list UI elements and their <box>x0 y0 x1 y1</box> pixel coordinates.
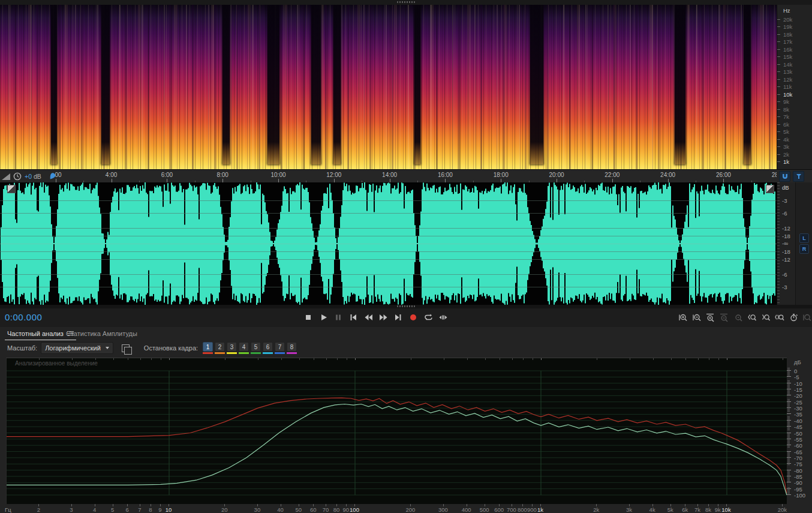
db-tick-label: -15 <box>794 386 802 393</box>
hud-corner-icon[interactable] <box>766 185 774 193</box>
channel-r-button[interactable]: R <box>799 244 809 254</box>
frequency-tick <box>777 26 780 27</box>
volume-readout[interactable]: +0 dB <box>25 173 41 180</box>
frequency-axis-label: 10 <box>166 506 172 513</box>
fast-forward-button[interactable] <box>378 311 389 324</box>
scale-select[interactable]: Логарифмический <box>41 342 113 354</box>
play-button[interactable] <box>318 311 329 324</box>
frequency-tick <box>777 146 780 147</box>
plot-top-tick <box>411 358 411 360</box>
db-tick-label: -25 <box>794 399 802 406</box>
transport-bar: 0:00.000 <box>0 308 812 328</box>
zoom-full-icon[interactable] <box>802 311 812 323</box>
frequency-tick <box>777 101 780 102</box>
move-playhead-button[interactable] <box>438 311 449 324</box>
db-tick-label: -45 <box>794 424 802 430</box>
waveform-display[interactable] <box>0 182 777 305</box>
clock-icon[interactable] <box>13 172 22 181</box>
frame-hold-button-3[interactable]: 3 <box>227 342 237 354</box>
frequency-axis-label: 80 <box>333 506 340 513</box>
copy-graph-icon[interactable] <box>122 344 130 352</box>
magnet-snap-button[interactable] <box>779 171 790 182</box>
frequency-axis-label: 7 <box>138 506 141 513</box>
hud-corner-icon[interactable] <box>7 185 16 193</box>
zoom-in-icon[interactable] <box>678 311 688 323</box>
frame-hold-label: Остановка кадра: <box>144 344 198 352</box>
tab-amplitude-statistics[interactable]: Статистика Амплитуды <box>64 329 140 338</box>
frame-hold-button-5[interactable]: 5 <box>251 342 261 354</box>
plot-top-tick <box>113 358 114 360</box>
frame-hold-button-4[interactable]: 4 <box>239 342 249 354</box>
amplitude-ruler-unit: dB <box>782 184 789 191</box>
panel-grab-handle[interactable] <box>397 305 415 307</box>
frequency-axis-tick <box>512 504 512 506</box>
frequency-ruler[interactable]: Hz 20k19k18k17k16k15k14k13k12k11k10k9k8k… <box>777 5 812 169</box>
frame-hold-button-6[interactable]: 6 <box>263 342 273 354</box>
frequency-axis-label: 8 <box>149 506 152 513</box>
record-button[interactable] <box>408 311 419 324</box>
frequency-axis-tick <box>169 504 169 506</box>
plot-top-tick <box>169 358 170 360</box>
frequency-tick-label: 6k <box>783 121 789 128</box>
zoom-out-point-icon[interactable] <box>761 311 771 323</box>
skip-to-end-button[interactable] <box>393 311 404 324</box>
db-tick-label: -80 <box>794 467 802 474</box>
frequency-axis-tick <box>346 504 347 506</box>
playhead-timer-icon[interactable] <box>789 311 798 323</box>
waveform-gridline-shade <box>0 213 777 214</box>
pause-button[interactable] <box>333 311 344 324</box>
time-label: 6:00 <box>161 172 173 178</box>
frame-hold-button-1[interactable]: 1 <box>203 342 213 354</box>
plot-top-tick <box>485 358 486 360</box>
frequency-axis-label: 800 <box>518 506 527 513</box>
zoom-out-icon[interactable] <box>692 311 702 323</box>
time-label: 18:00 <box>494 172 509 178</box>
frequency-axis-label: 20 <box>221 506 228 513</box>
zoom-in-time-selection-icon[interactable] <box>706 311 715 323</box>
stop-button[interactable] <box>303 311 314 324</box>
frequency-axis-tick <box>540 504 541 506</box>
amplitude-ruler[interactable]: dB -3-3-6-6-12-12-18-18-∞ <box>777 182 796 305</box>
db-tick-label: -85 <box>794 473 802 480</box>
playhead-time-display[interactable]: 0:00.000 <box>5 312 42 322</box>
frame-hold-button-2[interactable]: 2 <box>215 342 225 354</box>
frequency-tick <box>777 116 780 117</box>
pin-icon[interactable] <box>49 172 56 181</box>
db-tick <box>787 389 791 389</box>
frame-hold-button-8[interactable]: 8 <box>287 342 297 354</box>
frequency-axis-label: 6k <box>682 506 688 513</box>
rewind-button[interactable] <box>363 311 374 324</box>
zoom-selection-icon[interactable] <box>775 311 784 323</box>
spectrogram-silence-gap <box>414 5 420 164</box>
frame-hold-color <box>263 352 273 354</box>
db-tick-label: -30 <box>794 405 802 412</box>
panel-grab-handle[interactable] <box>397 1 415 3</box>
frame-hold-button-7[interactable]: 7 <box>275 342 285 354</box>
skip-to-start-button[interactable] <box>348 311 359 324</box>
plot-top-tick <box>541 358 542 360</box>
spectrogram-display[interactable] <box>0 5 777 169</box>
plot-top-tick <box>783 358 783 360</box>
db-tick <box>787 420 791 421</box>
frequency-axis-tick <box>71 504 72 506</box>
zoom-in-point-icon[interactable] <box>747 311 757 323</box>
amplitude-tick-label: -12 <box>782 256 790 263</box>
waveform-gridline-shade <box>0 236 777 236</box>
db-tick-label: -55 <box>794 436 802 443</box>
frequency-plot[interactable]: Анализированное выделение <box>6 358 787 505</box>
db-tick-label: -50 <box>794 430 802 437</box>
frequency-tick <box>777 161 780 162</box>
zoom-out-time-selection-icon[interactable] <box>720 311 729 323</box>
timeline-ruler[interactable]: 2:004:006:008:0010:0012:0014:0016:0018:0… <box>0 170 777 183</box>
frequency-axis-tick <box>697 504 698 506</box>
zoom-reset-icon[interactable] <box>733 311 743 323</box>
frame-hold-color <box>251 352 261 354</box>
db-tick-label: -65 <box>794 449 802 455</box>
level-ramp-icon[interactable] <box>2 173 10 180</box>
plot-top-tick <box>258 358 258 360</box>
loop-playback-button[interactable] <box>423 311 434 324</box>
plot-top-tick <box>630 358 630 360</box>
panel-tabs: Частотный анализ Статистика Амплитуды <box>0 327 812 340</box>
channel-l-button[interactable]: L <box>799 233 809 243</box>
marker-button[interactable] <box>793 171 804 182</box>
